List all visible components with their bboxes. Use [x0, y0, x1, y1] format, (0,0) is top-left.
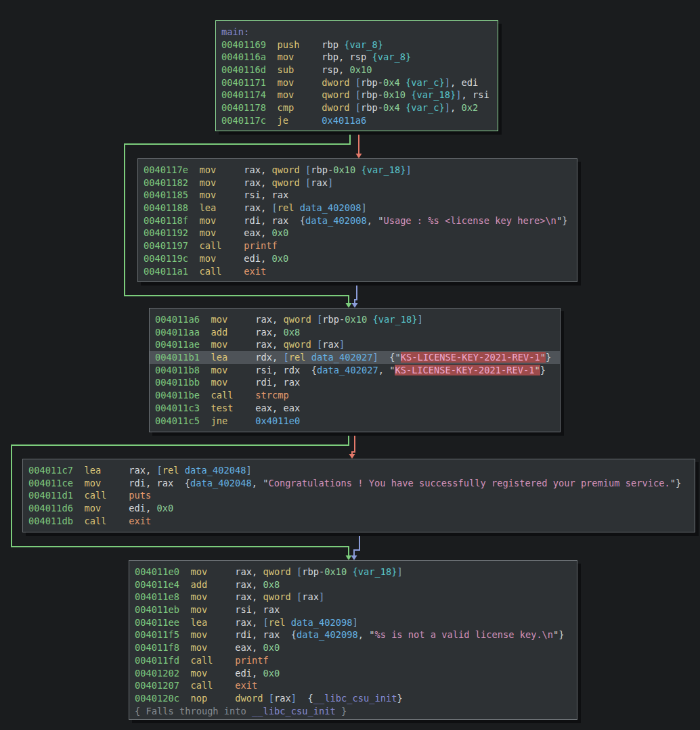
disasm-line[interactable]: 00401171 mov dword [rbp-0x4 {var_c}], ed…: [216, 76, 498, 89]
token-ref[interactable]: data_402098: [291, 617, 353, 628]
token-ref[interactable]: data_402008: [305, 215, 367, 226]
disasm-line[interactable]: 0040120c nop dword [rax] {__libc_csu_ini…: [129, 692, 577, 705]
basic-block-004011c7[interactable]: 004011c7 lea rax, [rel data_402048]00401…: [22, 459, 695, 532]
disasm-line[interactable]: 004011ce mov rdi, rax {data_402048, "Con…: [23, 477, 695, 490]
basic-block-004011e0[interactable]: 004011e0 mov rax, qword [rbp-0x10 {var_1…: [129, 560, 577, 720]
token-ref[interactable]: data_402048: [185, 465, 246, 476]
disasm-line[interactable]: 004011ee lea rax, [rel data_402098]: [129, 616, 577, 629]
token-string-highlighted[interactable]: KS-LICENSE-KEY-2021-REV-1: [395, 365, 534, 375]
token-text: [227, 314, 255, 325]
token-mnemonic: nop: [190, 693, 207, 704]
basic-block-main[interactable]: main:00401169 push rbp {var_8}0040116a m…: [215, 20, 498, 131]
basic-block-0040117e[interactable]: 0040117e mov rax, qword [rbp-0x10 {var_1…: [137, 158, 577, 282]
disasm-line[interactable]: 004011f5 mov rdi, rax {data_402098, "%s …: [129, 629, 577, 641]
disasm-line[interactable]: 004011b8 mov rsi, rdx {data_402027, "KS-…: [150, 364, 560, 377]
disasm-line[interactable]: 004011c5 jne 0x4011e0: [150, 415, 560, 428]
token-call-target[interactable]: exit: [235, 680, 257, 691]
token-mnemonic: call: [199, 266, 221, 277]
token-ref[interactable]: 0x4011a6: [322, 115, 366, 126]
disasm-line[interactable]: 004011e8 mov rax, qword [rax]: [129, 591, 577, 603]
disasm-line[interactable]: 00401207 call exit: [129, 679, 577, 692]
disasm-line[interactable]: 004011d6 mov edi, 0x0: [23, 502, 695, 515]
token-call-target[interactable]: puts: [129, 490, 151, 501]
token-label[interactable]: __libc_csu_init: [313, 693, 397, 704]
disasm-line[interactable]: 00401197 call printf: [138, 239, 577, 252]
disasm-line[interactable]: 00401188 lea rax, [rel data_402008]: [138, 202, 577, 214]
token-text: [266, 115, 277, 126]
token-number: 0x0: [272, 253, 289, 264]
disasm-line[interactable]: 004011a1 call exit: [138, 265, 577, 278]
token-address: 004011e4: [135, 579, 179, 590]
disasm-line[interactable]: 004011e0 mov rax, qword [rbp-0x10 {var_1…: [129, 566, 577, 578]
disasm-line[interactable]: 0040118f mov rdi, rax {data_402008, "Usa…: [138, 214, 577, 227]
disasm-line[interactable]: 00401169 push rbp {var_8}: [216, 39, 498, 51]
disasm-line[interactable]: 00401202 mov edi, 0x0: [129, 667, 577, 680]
token-label[interactable]: __libc_csu_init: [252, 706, 336, 716]
token-text: ,: [450, 102, 461, 113]
token-text: [299, 39, 322, 50]
disasm-line[interactable]: 0040116d sub rsp, 0x10: [216, 64, 498, 76]
disasm-line[interactable]: 004011fd call printf: [129, 654, 577, 667]
disasm-line[interactable]: 00401178 cmp dword [rbp-0x4 {var_c}], 0x…: [216, 101, 498, 114]
disasm-line[interactable]: 004011be call strcmp: [150, 389, 560, 402]
token-bracket: ]: [319, 591, 324, 602]
token-call-target[interactable]: exit: [129, 516, 151, 526]
token-call-target[interactable]: strcmp: [255, 390, 288, 401]
disasm-line[interactable]: 0040116a mov rbp, rsp {var_8}: [216, 51, 498, 64]
token-text: rax,: [244, 202, 271, 213]
token-text: rax,: [235, 566, 263, 577]
disasm-line[interactable]: 004011eb mov rsi, rax: [129, 603, 577, 616]
disasm-line[interactable]: 004011e4 add rax, 0x8: [129, 578, 577, 591]
disasm-line[interactable]: 004011f8 mov eax, 0x0: [129, 641, 577, 654]
token-call-target[interactable]: exit: [244, 266, 266, 277]
disasm-line[interactable]: 004011c7 lea rax, [rel data_402048]: [23, 464, 695, 477]
disasm-line[interactable]: 0040117c je 0x4011a6: [216, 114, 498, 127]
disasm-line[interactable]: 00401185 mov rsi, rax: [138, 189, 577, 202]
token-ref[interactable]: data_402098: [297, 629, 358, 640]
disassembly-graph-view[interactable]: main:00401169 push rbp {var_8}0040116a m…: [0, 0, 700, 730]
disasm-line[interactable]: 004011ae mov rax, qword [rax]: [150, 338, 560, 351]
disasm-line[interactable]: 004011d1 call puts: [23, 489, 695, 502]
token-ref[interactable]: data_402027: [317, 365, 378, 375]
token-text: [188, 266, 199, 277]
token-address: 004011fd: [135, 655, 179, 666]
disasm-line[interactable]: 0040119c mov edi, 0x0: [138, 252, 577, 265]
token-mnemonic: mov: [211, 314, 227, 325]
token-number: 0x8: [284, 327, 301, 338]
disasm-line[interactable]: { Falls through into __libc_csu_init }: [129, 705, 577, 718]
token-text: [200, 390, 211, 401]
token-call-target[interactable]: printf: [235, 655, 268, 666]
disasm-line[interactable]: 004011b1 lea rdx, [rel data_402027] {"KS…: [150, 351, 560, 364]
token-ref[interactable]: data_402027: [311, 352, 373, 363]
token-string-highlighted[interactable]: KS-LICENSE-KEY-2021-REV-1: [401, 352, 540, 363]
token-label[interactable]: main:: [221, 26, 249, 37]
token-text: [300, 164, 305, 175]
token-mnemonic: push: [277, 39, 299, 50]
token-address: 00401197: [144, 240, 188, 251]
disasm-line[interactable]: 00401192 mov eax, 0x0: [138, 227, 577, 239]
token-text: [179, 693, 190, 704]
disasm-line[interactable]: 004011c3 test eax, eax: [150, 402, 560, 415]
basic-block-004011a6[interactable]: 004011a6 mov rax, qword [rbp-0x10 {var_1…: [149, 308, 561, 432]
token-ref[interactable]: data_402048: [190, 478, 252, 488]
disasm-line[interactable]: 00401182 mov rax, qword [rax]: [138, 177, 577, 189]
token-ref[interactable]: 0x4011e0: [255, 415, 300, 426]
disasm-line[interactable]: main:: [216, 26, 498, 39]
token-ref[interactable]: data_402008: [300, 202, 362, 213]
token-text: edi,: [235, 668, 263, 679]
token-mnemonic: jne: [211, 415, 227, 426]
disasm-line[interactable]: 004011bb mov rdi, rax: [150, 376, 560, 389]
disasm-line[interactable]: 00401174 mov qword [rbp-0x10 {var_18}], …: [216, 89, 498, 101]
disasm-line[interactable]: 004011aa add rax, 0x8: [150, 326, 560, 339]
token-call-target[interactable]: printf: [244, 240, 277, 251]
token-text: [350, 89, 355, 100]
token-address: 0040117e: [144, 164, 188, 175]
disasm-line[interactable]: 0040117e mov rax, qword [rbp-0x10 {var_1…: [138, 164, 577, 177]
token-punctuation: ,: [252, 478, 263, 488]
token-bracket: ]: [406, 164, 411, 175]
disasm-line[interactable]: 004011a6 mov rax, qword [rbp-0x10 {var_1…: [150, 313, 560, 326]
disasm-line[interactable]: 004011db call exit: [23, 515, 695, 528]
token-text: [179, 604, 190, 615]
token-number: 0x0: [263, 642, 280, 653]
token-address: 0040118f: [144, 215, 188, 226]
